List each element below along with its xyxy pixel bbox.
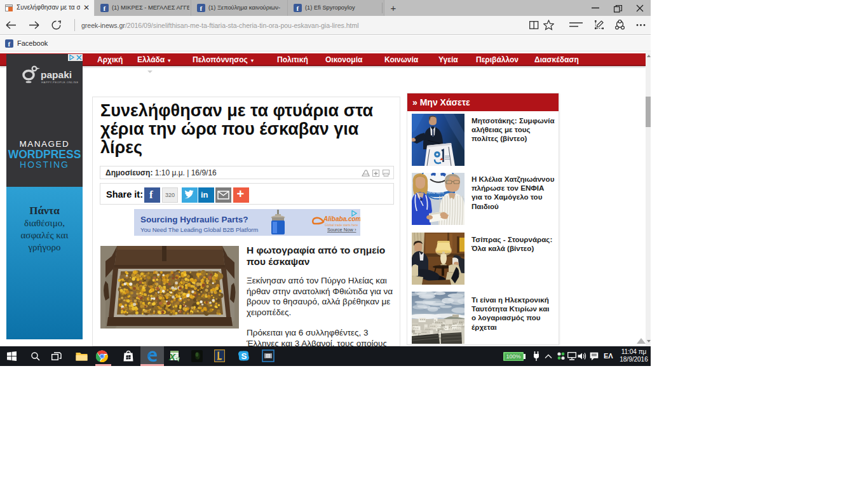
svg-text:papaki: papaki — [41, 69, 72, 80]
svg-text:S: S — [241, 351, 247, 361]
svg-text:Source Now ›: Source Now › — [327, 227, 356, 233]
svg-text:HAPPY.PEOPLE.ONLINE: HAPPY.PEOPLE.ONLINE — [41, 81, 78, 84]
svg-text:X: X — [168, 351, 176, 362]
